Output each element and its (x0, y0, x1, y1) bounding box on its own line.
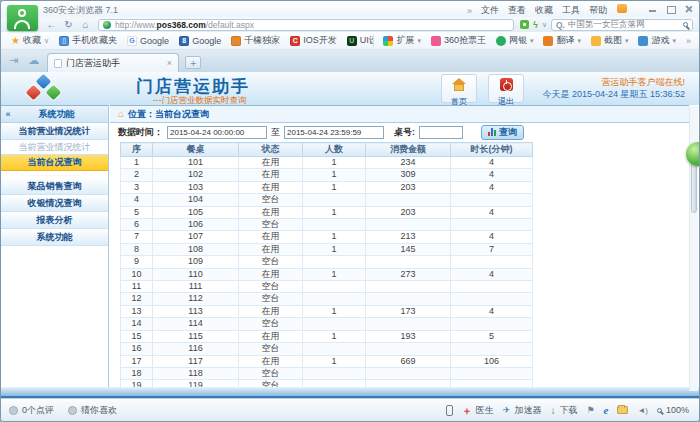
new-tab-button[interactable]: ＋ (185, 56, 201, 69)
bookmark-item[interactable]: GGoogle (122, 36, 174, 46)
close-button[interactable] (684, 3, 693, 14)
table-cell: 106 (153, 219, 239, 231)
restore-session-icon[interactable]: ⇥ (9, 54, 18, 67)
time-to-input[interactable] (284, 126, 384, 139)
bookmark-item[interactable]: UUI设计_ (342, 34, 374, 47)
flag-icon[interactable]: ⚑ (586, 405, 594, 415)
home-icon[interactable]: ⌂ (77, 18, 94, 31)
search-icon[interactable] (683, 22, 688, 27)
menu-item-文件[interactable]: 文件 (481, 4, 499, 17)
table-cell: 在用 (239, 305, 303, 317)
sidebar-item-当前营业情况统计[interactable]: 当前营业情况统计 (1, 123, 108, 140)
table-cell: 203 (366, 181, 451, 193)
time-filter-label: 数据时间： (118, 126, 163, 139)
table-cell: 117 (153, 355, 239, 367)
browser-window: 360安全浏览器 7.1 » 文件查看收藏工具帮助 ← ↻ ⌂ http://w… (0, 0, 700, 422)
lightning-icon[interactable]: ϟ (533, 20, 538, 30)
extensions-icon (383, 36, 393, 46)
phone-icon[interactable] (446, 405, 453, 416)
sidebar-item-当前营业情况统计[interactable]: 当前营业情况统计 (1, 140, 108, 155)
user-avatar[interactable] (7, 5, 38, 31)
table-row: 14114空台 (121, 318, 533, 330)
collapse-sidebar-icon[interactable]: « (1, 109, 15, 119)
menu-item-收藏[interactable]: 收藏 (535, 4, 553, 17)
ticket-icon (431, 36, 441, 46)
cloud-sync-icon[interactable]: ☁ (28, 54, 39, 67)
table-cell: 4 (451, 169, 533, 181)
plugin-bank[interactable]: 网银▾ (491, 34, 539, 47)
table-cell: 空台 (239, 318, 303, 330)
table-cell: 1 (303, 157, 366, 169)
reward-icon[interactable] (617, 4, 627, 13)
table-no-input[interactable] (419, 126, 463, 139)
back-icon[interactable]: ← (43, 18, 60, 31)
bookmark-item[interactable]: ▯手机收藏夹 (54, 34, 122, 47)
plugin-label: 扩展 (396, 34, 414, 47)
plugins-overflow-icon[interactable]: » (683, 36, 694, 46)
table-cell: 101 (153, 157, 239, 169)
ie-compat-icon[interactable]: e (603, 406, 608, 415)
table-cell: 106 (451, 355, 533, 367)
table-cell (366, 281, 451, 293)
logout-button[interactable]: 退出 (488, 74, 524, 103)
menu-item-工具[interactable]: 工具 (562, 4, 580, 17)
sidebar-item-当前台况查询[interactable]: 当前台况查询 (1, 155, 108, 171)
chevron-down-icon: ▾ (625, 37, 629, 45)
bookmark-item[interactable]: 8Google (174, 36, 226, 46)
table-cell: 1 (121, 157, 153, 169)
sidebar-item-收银情况查询[interactable]: 收银情况查询 (1, 195, 108, 212)
breadcrumb-label: 位置：当前台况查询 (128, 108, 209, 121)
table-cell: 3 (121, 181, 153, 193)
plugin-game[interactable]: 游戏▾ (633, 34, 681, 47)
window-menu: » 文件查看收藏工具帮助 (467, 4, 607, 17)
sidebar-item-系统功能[interactable]: 系统功能 (1, 229, 108, 246)
plugin-ticket[interactable]: 360抢票王 (426, 34, 491, 47)
plugin-extensions[interactable]: 扩展▾ (378, 34, 426, 47)
chevron-down-icon[interactable]: ∨ (542, 21, 547, 29)
extension-mini-icon[interactable] (520, 20, 529, 29)
booster-button[interactable]: ✈ 加速器 (503, 404, 542, 417)
menu-item-帮助[interactable]: 帮助 (589, 4, 607, 17)
reviews-button[interactable]: 0个点评 (9, 404, 54, 417)
doctor-button[interactable]: ＋ 医生 (462, 404, 494, 417)
column-header: 序 (121, 143, 153, 157)
scrollbar-thumb[interactable] (691, 161, 697, 213)
table-cell: 1 (303, 206, 366, 218)
table-cell (451, 281, 533, 293)
sidebar-item-菜品销售查询[interactable]: 菜品销售查询 (1, 178, 108, 195)
menu-item-查看[interactable]: 查看 (508, 4, 526, 17)
bookmark-item[interactable]: CIOS开发 (285, 34, 342, 47)
logo-cube-blue (36, 74, 52, 90)
table-cell: 4 (121, 194, 153, 206)
speaker-icon[interactable]: ◄) (637, 406, 648, 415)
plugin-screenshot[interactable]: 截图▾ (586, 34, 634, 47)
zoom-control[interactable]: 100% (657, 405, 689, 415)
tab-store-assistant[interactable]: 门店营运助手 × (47, 53, 179, 72)
table-row: 4104空台 (121, 194, 533, 206)
home-page-button[interactable]: 首页 (441, 74, 477, 103)
restore-button[interactable] (666, 3, 675, 14)
refresh-icon[interactable]: ↻ (60, 18, 77, 31)
folder-icon[interactable] (617, 406, 628, 414)
table-cell (451, 219, 533, 231)
chevron-down-icon: ▾ (530, 37, 534, 45)
sidebar-item-报表分析[interactable]: 报表分析 (1, 212, 108, 229)
download-button[interactable]: ↓ 下载 (550, 404, 577, 417)
table-cell: 1 (303, 305, 366, 317)
url-bar[interactable]: http://www. pos368.com /default.aspx (98, 19, 514, 31)
time-from-input[interactable] (167, 126, 267, 139)
tab-close-icon[interactable]: × (167, 58, 172, 68)
favorites-button[interactable]: ★ 收藏 ∨ (6, 34, 54, 47)
plugin-translate[interactable]: 翻译▾ (538, 34, 586, 47)
minimize-button[interactable] (648, 3, 657, 14)
menu-overflow-icon[interactable]: » (467, 6, 472, 16)
table-row: 17117在用1669106 (121, 355, 533, 367)
search-input[interactable]: Q. 中国第一女巨贪落网 (551, 19, 693, 31)
recommend-button[interactable]: 猜你喜欢 (68, 404, 117, 417)
table-cell (451, 256, 533, 268)
table-cell: 112 (153, 293, 239, 305)
query-button[interactable]: 查询 (481, 125, 524, 140)
table-cell: 2 (121, 169, 153, 181)
chevron-down-icon: ▾ (417, 37, 421, 45)
bookmark-item[interactable]: 千橡独家 (226, 34, 285, 47)
